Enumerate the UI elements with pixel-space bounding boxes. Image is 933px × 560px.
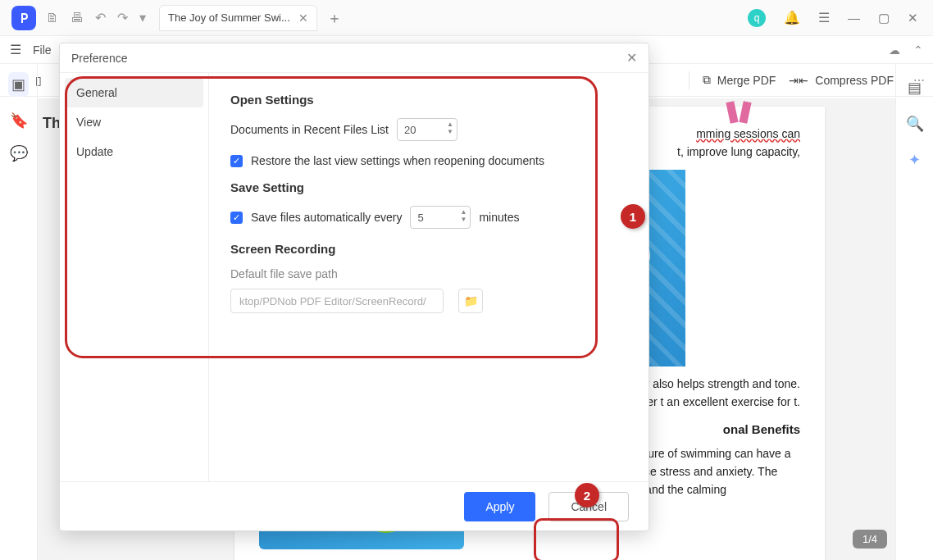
annotation-marker-2: 2 (575, 483, 599, 508)
undo-icon[interactable]: ↶ (95, 10, 106, 25)
save-setting-heading: Save Setting (230, 180, 627, 194)
app-logo (11, 6, 36, 30)
bell-icon[interactable]: 🔔 (784, 10, 800, 25)
nav-general[interactable]: General (65, 78, 203, 107)
dialog-title: Preference (71, 52, 127, 65)
recent-files-value: 20 (404, 124, 416, 136)
avatar[interactable]: q (748, 9, 766, 27)
dropdown-icon[interactable]: ▾ (139, 10, 146, 25)
chevron-up-icon[interactable]: ▲ (447, 121, 453, 128)
open-settings-heading: Open Settings (230, 93, 627, 107)
menu-icon[interactable]: ☰ (818, 10, 830, 25)
compress-pdf-button[interactable]: ⇥⇤ Compress PDF (789, 74, 894, 87)
compress-label: Compress PDF (815, 74, 894, 87)
properties-icon[interactable]: ▤ (908, 79, 922, 97)
page-title-fragment: Th (43, 115, 61, 132)
nav-update[interactable]: Update (65, 137, 203, 166)
doc-text: t, improve lung capacity, (677, 145, 800, 158)
titlebar-right: q 🔔 ☰ — ▢ ✕ (748, 9, 933, 27)
apply-button[interactable]: Apply (464, 492, 535, 521)
left-rail: ▣ 🔖 💬 (0, 64, 38, 560)
preference-dialog: Preference ✕ General View Update Open Se… (59, 43, 649, 531)
redo-icon[interactable]: ↷ (117, 10, 128, 25)
dialog-footer: Apply Cancel (60, 481, 649, 530)
right-rail: ▤ 🔍 ✦ (895, 64, 933, 560)
file-menu[interactable]: File (33, 43, 52, 57)
ai-icon[interactable]: ✦ (908, 151, 921, 169)
folder-icon: 📁 (464, 294, 478, 307)
collapse-icon[interactable]: ⌃ (913, 43, 923, 57)
recent-files-stepper[interactable]: 20 ▲▼ (397, 118, 457, 141)
chevron-down-icon[interactable]: ▼ (447, 128, 453, 135)
dialog-header: Preference ✕ (60, 43, 649, 73)
minimize-icon[interactable]: — (848, 11, 860, 25)
dialog-content: Open Settings Documents in Recent Files … (209, 73, 649, 481)
bookmark-icon[interactable]: 🔖 (10, 112, 28, 130)
thumbnails-icon[interactable]: ▣ (8, 72, 29, 97)
avatar-letter: q (754, 12, 760, 24)
dialog-body: General View Update Open Settings Docume… (60, 73, 649, 481)
autosave-value: 5 (417, 212, 423, 224)
new-tab-button[interactable]: ＋ (327, 8, 342, 28)
save-path-input[interactable]: ktop/PDNob PDF Editor/ScreenRecord/ (230, 289, 444, 313)
merge-pdf-button[interactable]: ⧉ Merge PDF (703, 73, 776, 87)
autosave-stepper[interactable]: 5 ▲▼ (410, 206, 471, 229)
close-tab-icon[interactable]: ✕ (298, 11, 308, 25)
dialog-close-icon[interactable]: ✕ (626, 50, 637, 66)
search-icon[interactable]: 🔍 (906, 115, 924, 133)
menubar-right: ☁ ⌃ (889, 43, 923, 57)
autosave-unit: minutes (479, 211, 519, 224)
recent-files-label: Documents in Recent Files List (230, 123, 389, 136)
nav-view[interactable]: View (65, 107, 203, 137)
titlebar: 🗎 🖶 ↶ ↷ ▾ The Joy of Summer Swi... ✕ ＋ q… (0, 0, 933, 36)
tab-title: The Joy of Summer Swi... (168, 11, 290, 24)
restore-view-label: Restore the last view settings when reop… (251, 154, 544, 167)
print-icon[interactable]: 🖶 (71, 11, 84, 25)
annotation-marker-1: 1 (621, 204, 645, 229)
separator (689, 71, 690, 89)
default-path-label: Default file save path (230, 267, 627, 280)
chevron-down-icon[interactable]: ▼ (461, 216, 467, 223)
document-tab[interactable]: The Joy of Summer Swi... ✕ (159, 5, 317, 31)
page-counter[interactable]: 1/4 (853, 530, 887, 549)
merge-label: Merge PDF (717, 74, 776, 87)
maximize-icon[interactable]: ▢ (878, 11, 890, 25)
close-window-icon[interactable]: ✕ (908, 11, 918, 25)
compress-icon: ⇥⇤ (789, 74, 808, 87)
hamburger-icon[interactable]: ☰ (10, 42, 21, 57)
restore-view-checkbox[interactable]: ✓ (230, 155, 243, 167)
save-icon[interactable]: 🗎 (46, 11, 59, 25)
browse-folder-button[interactable]: 📁 (458, 289, 483, 313)
save-path-value: ktop/PDNob PDF Editor/ScreenRecord/ (239, 295, 426, 307)
comment-icon[interactable]: 💬 (10, 144, 28, 162)
chevron-up-icon[interactable]: ▲ (461, 208, 467, 216)
merge-icon: ⧉ (703, 73, 711, 87)
dialog-nav: General View Update (60, 73, 209, 481)
autosave-label: Save files automatically every (251, 211, 402, 224)
screen-recording-heading: Screen Recording (230, 242, 627, 256)
autosave-checkbox[interactable]: ✓ (230, 212, 243, 224)
ribbon-decoration (726, 102, 751, 130)
quick-toolbar: 🗎 🖶 ↶ ↷ ▾ (46, 10, 146, 25)
cloud-icon[interactable]: ☁ (889, 43, 900, 57)
